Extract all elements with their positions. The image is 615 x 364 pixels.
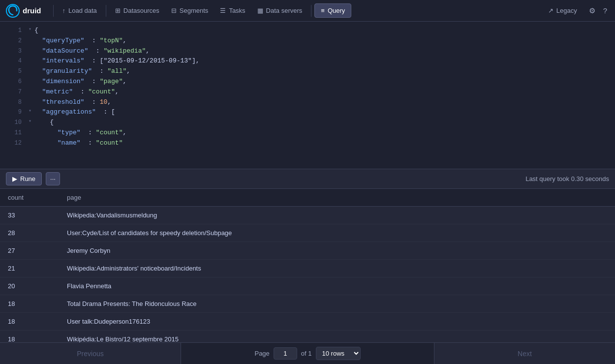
cell-count: 18 [0, 331, 59, 343]
code-line: 6 "dimension" : "page", [0, 77, 615, 87]
column-header-count: count [0, 189, 59, 207]
code-line: 5 "granularity" : "all", [0, 66, 615, 77]
code-line: 4 "intervals" : ["2015-09-12/2015-09-13"… [0, 56, 615, 66]
results-area: count page 33Wikipedia:Vandalismusmeldun… [0, 189, 615, 342]
table-row: 20Flavia Pennetta [0, 277, 615, 295]
nav-item-load-data[interactable]: ↑ Load data [57, 4, 103, 17]
column-header-page: page [59, 189, 615, 207]
cell-page: Wikipedia:Administrators' noticeboard/In… [59, 260, 615, 277]
table-row: 18Wikipédia:Le Bistro/12 septembre 2015 [0, 331, 615, 343]
help-icon[interactable]: ? [601, 4, 609, 17]
cell-page: Wikipédia:Le Bistro/12 septembre 2015 [59, 331, 615, 343]
run-button[interactable]: ▶ Rune [6, 172, 42, 185]
cell-count: 18 [0, 295, 59, 313]
fold-indicator[interactable]: ▾ [28, 107, 32, 115]
fold-indicator[interactable]: ▾ [28, 26, 32, 33]
results-table: count page 33Wikipedia:Vandalismusmeldun… [0, 189, 615, 342]
line-number: 9 [8, 107, 22, 117]
line-number: 5 [8, 66, 22, 76]
data-servers-icon: ▦ [257, 7, 263, 14]
line-content: "queryType" : "topN", [34, 36, 126, 46]
table-row: 27Jeremy Corbyn [0, 242, 615, 260]
datasources-icon: ⊞ [115, 7, 121, 14]
query-status: Last query took 0.30 seconds [525, 175, 609, 182]
query-icon: ≡ [321, 7, 325, 14]
line-content: { [34, 118, 54, 128]
next-button[interactable]: Next [434, 343, 615, 364]
line-number: 2 [8, 36, 22, 46]
brand: druid [6, 4, 41, 18]
cell-count: 33 [0, 207, 59, 224]
code-line: 8 "threshold" : 10, [0, 97, 615, 108]
page-center: Page of 1 10 rows25 rows50 rows100 rows [181, 347, 434, 360]
line-content: "type" : "count", [34, 128, 126, 138]
table-row: 28User:Cyde/List of candidates for speed… [0, 224, 615, 242]
line-number: 1 [8, 26, 22, 35]
line-content: "aggregations" : [ [34, 107, 115, 118]
table-row: 18Total Drama Presents: The Ridonculous … [0, 295, 615, 313]
external-link-icon: ↗ [548, 7, 554, 14]
code-line: 2 "queryType" : "topN", [0, 36, 615, 46]
nav-legacy[interactable]: ↗ Legacy [542, 4, 583, 17]
cell-page: Total Drama Presents: The Ridonculous Ra… [59, 295, 615, 313]
line-number: 4 [8, 56, 22, 66]
cell-page: Wikipedia:Vandalismusmeldung [59, 207, 615, 224]
nav-divider-2 [106, 5, 106, 17]
line-content: "metric" : "count", [34, 87, 119, 97]
nav-divider [53, 5, 54, 17]
table-row: 18User talk:Dudeperson176123 [0, 313, 615, 331]
code-line: 10▾ { [0, 118, 615, 128]
nav-item-segments[interactable]: ⊟ Segments [165, 4, 215, 17]
code-editor[interactable]: 1▾{2 "queryType" : "topN",3 "dataSource"… [0, 22, 615, 169]
brand-name: druid [23, 6, 41, 15]
line-number: 3 [8, 46, 22, 56]
line-content: "intervals" : ["2015-09-12/2015-09-13"], [34, 56, 200, 66]
table-row: 33Wikipedia:Vandalismusmeldung [0, 207, 615, 224]
rows-per-page-select[interactable]: 10 rows25 rows50 rows100 rows [316, 347, 361, 360]
code-line: 3 "dataSource" : "wikipedia", [0, 46, 615, 57]
nav-item-tasks[interactable]: ☰ Tasks [214, 4, 251, 17]
fold-indicator[interactable]: ▾ [28, 118, 32, 125]
line-content: "dimension" : "page", [34, 77, 126, 87]
nav-item-query[interactable]: ≡ Query [314, 3, 351, 18]
line-content: "threshold" : 10, [34, 97, 111, 108]
line-number: 6 [8, 77, 22, 87]
page-input[interactable] [274, 347, 297, 360]
nav-item-datasources[interactable]: ⊞ Datasources [109, 4, 165, 17]
cell-count: 20 [0, 277, 59, 295]
cell-page: User talk:Dudeperson176123 [59, 313, 615, 331]
cell-page: Flavia Pennetta [59, 277, 615, 295]
cell-count: 21 [0, 260, 59, 277]
line-content: "granularity" : "all", [34, 66, 130, 77]
cell-page: Jeremy Corbyn [59, 242, 615, 260]
nav-item-data-servers[interactable]: ▦ Data servers [251, 4, 308, 17]
run-icon: ▶ [12, 175, 17, 182]
line-number: 12 [8, 138, 22, 148]
toolbar: ▶ Rune ··· Last query took 0.30 seconds [0, 169, 615, 189]
nav-right: ↗ Legacy ⚙ ? [542, 4, 609, 17]
page-of-label: of 1 [301, 350, 312, 357]
page-label: Page [254, 350, 269, 357]
table-header-row: count page [0, 189, 615, 207]
tasks-icon: ☰ [220, 7, 226, 14]
nav-divider-3 [311, 5, 311, 17]
cell-page: User:Cyde/List of candidates for speedy … [59, 224, 615, 242]
pagination-bar: Previous Page of 1 10 rows25 rows50 rows… [0, 342, 615, 364]
upload-icon: ↑ [62, 7, 66, 14]
line-number: 8 [8, 97, 22, 107]
settings-icon[interactable]: ⚙ [587, 4, 597, 17]
segments-icon: ⊟ [171, 7, 177, 14]
more-button[interactable]: ··· [46, 172, 60, 185]
line-number: 10 [8, 118, 22, 127]
code-line: 7 "metric" : "count", [0, 87, 615, 97]
line-number: 11 [8, 128, 22, 138]
line-number: 7 [8, 87, 22, 97]
code-line: 11 "type" : "count", [0, 128, 615, 138]
previous-button[interactable]: Previous [0, 343, 181, 364]
line-content: "name" : "count" [34, 138, 123, 149]
code-line: 9▾ "aggregations" : [ [0, 107, 615, 118]
line-content: { [34, 26, 38, 36]
cell-count: 27 [0, 242, 59, 260]
line-content: "dataSource" : "wikipedia", [34, 46, 150, 57]
druid-logo-icon [6, 4, 20, 18]
